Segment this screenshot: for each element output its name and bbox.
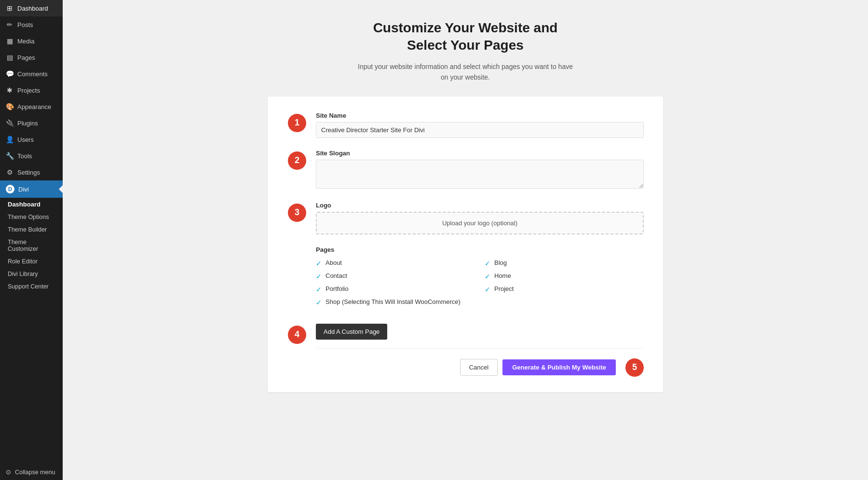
tools-icon: 🔧 — [6, 152, 14, 160]
page-shop-label[interactable]: Shop (Selecting This Will Install WooCom… — [326, 298, 461, 305]
step-3-content: Logo Upload your logo (optional) — [316, 202, 644, 234]
step-2-content: Site Slogan — [316, 150, 644, 190]
sidebar-label-appearance: Appearance — [17, 103, 51, 110]
sidebar-label-posts: Posts — [17, 21, 33, 28]
appearance-icon: 🎨 — [6, 103, 14, 110]
divi-submenu-dashboard[interactable]: Dashboard — [0, 198, 63, 211]
divi-submenu-theme-builder[interactable]: Theme Builder — [0, 223, 63, 236]
divi-submenu: Dashboard Theme Options Theme Builder Th… — [0, 198, 63, 293]
page-blog-row: ✓ Blog — [485, 259, 644, 267]
step-4-content: Add A Custom Page — [316, 324, 644, 343]
step-3-badge: 3 — [288, 204, 306, 222]
plugins-icon: 🔌 — [6, 119, 14, 127]
divi-submenu-support-center[interactable]: Support Center — [0, 280, 63, 293]
sidebar-item-divi[interactable]: D Divi — [0, 180, 63, 198]
step-4-badge: 4 — [288, 326, 306, 344]
page-wrapper: Customize Your Website andSelect Your Pa… — [268, 19, 663, 392]
sidebar-label-settings: Settings — [17, 169, 40, 176]
pages-icon: ▤ — [6, 54, 14, 61]
divi-icon: D — [6, 185, 14, 193]
page-blog-label[interactable]: Blog — [494, 259, 507, 266]
main-content: Customize Your Website andSelect Your Pa… — [63, 0, 868, 480]
card-inner: 1 Site Name 2 Site Slogan 3 — [287, 112, 644, 377]
sidebar-item-appearance[interactable]: 🎨 Appearance — [0, 98, 63, 115]
site-name-label: Site Name — [316, 112, 644, 119]
divi-label: Divi — [18, 186, 29, 193]
divi-submenu-theme-customizer[interactable]: Theme Customizer — [0, 236, 63, 255]
pages-content: Pages ✓ About ✓ Blog — [316, 246, 644, 316]
cancel-button[interactable]: Cancel — [460, 359, 498, 376]
sidebar-label-dashboard: Dashboard — [17, 5, 48, 12]
site-slogan-input[interactable] — [316, 160, 644, 189]
project-check-icon: ✓ — [485, 286, 490, 293]
page-about-row: ✓ About — [316, 259, 475, 267]
shop-check-icon: ✓ — [316, 299, 322, 306]
logo-label: Logo — [316, 202, 644, 209]
sidebar-item-pages[interactable]: ▤ Pages — [0, 49, 63, 66]
divi-arrow-icon — [59, 185, 63, 193]
sidebar-label-users: Users — [17, 136, 34, 143]
divi-submenu-theme-options[interactable]: Theme Options — [0, 211, 63, 223]
sidebar-item-dashboard[interactable]: ⊞ Dashboard — [0, 0, 63, 16]
page-portfolio-row: ✓ Portfolio — [316, 285, 475, 293]
sidebar-item-tools[interactable]: 🔧 Tools — [0, 148, 63, 164]
users-icon: 👤 — [6, 136, 14, 143]
divi-section: D Divi Dashboard Theme Options Theme Bui… — [0, 180, 63, 293]
sidebar-item-projects[interactable]: ✱ Projects — [0, 82, 63, 98]
sidebar: ⊞ Dashboard ✏ Posts ▦ Media ▤ Pages 💬 Co… — [0, 0, 63, 480]
step-1-row: 1 Site Name — [316, 112, 644, 138]
site-slogan-label: Site Slogan — [316, 150, 644, 157]
logo-upload-area[interactable]: Upload your logo (optional) — [316, 212, 644, 234]
page-project-row: ✓ Project — [485, 285, 644, 293]
page-home-row: ✓ Home — [485, 272, 644, 280]
projects-icon: ✱ — [6, 86, 14, 94]
blog-check-icon: ✓ — [485, 260, 490, 267]
page-shop-row: ✓ Shop (Selecting This Will Install WooC… — [316, 298, 475, 306]
step-1-badge: 1 — [288, 114, 306, 132]
sidebar-label-media: Media — [17, 38, 34, 45]
sidebar-label-projects: Projects — [17, 87, 40, 94]
posts-icon: ✏ — [6, 21, 14, 28]
sidebar-item-posts[interactable]: ✏ Posts — [0, 16, 63, 33]
page-project-label[interactable]: Project — [494, 285, 514, 292]
add-custom-page-button[interactable]: Add A Custom Page — [316, 324, 387, 340]
pages-label: Pages — [316, 246, 644, 253]
sidebar-item-comments[interactable]: 💬 Comments — [0, 66, 63, 82]
sidebar-label-tools: Tools — [17, 152, 32, 160]
step-1-content: Site Name — [316, 112, 644, 138]
form-card: 1 Site Name 2 Site Slogan 3 — [268, 96, 663, 392]
sidebar-item-users[interactable]: 👤 Users — [0, 131, 63, 148]
settings-icon: ⚙ — [6, 168, 14, 176]
divi-submenu-divi-library[interactable]: Divi Library — [0, 268, 63, 280]
step-4-row: 4 Add A Custom Page — [316, 324, 644, 343]
comments-icon: 💬 — [6, 70, 14, 78]
page-about-label[interactable]: About — [326, 259, 342, 266]
page-home-label[interactable]: Home — [494, 272, 511, 279]
publish-button[interactable]: Generate & Publish My Website — [502, 359, 616, 375]
pages-grid: ✓ About ✓ Blog ✓ Contact — [316, 259, 644, 306]
sidebar-item-settings[interactable]: ⚙ Settings — [0, 164, 63, 180]
site-name-input[interactable] — [316, 122, 644, 138]
collapse-label: Collapse menu — [15, 469, 55, 476]
sidebar-item-plugins[interactable]: 🔌 Plugins — [0, 115, 63, 131]
sidebar-label-plugins: Plugins — [17, 120, 38, 127]
step-2-row: 2 Site Slogan — [316, 150, 644, 190]
page-portfolio-label[interactable]: Portfolio — [326, 285, 349, 292]
about-check-icon: ✓ — [316, 260, 322, 267]
contact-check-icon: ✓ — [316, 273, 322, 280]
sidebar-label-pages: Pages — [17, 54, 35, 61]
page-contact-row: ✓ Contact — [316, 272, 475, 280]
divi-submenu-role-editor[interactable]: Role Editor — [0, 255, 63, 268]
sidebar-item-media[interactable]: ▦ Media — [0, 33, 63, 49]
logo-upload-text: Upload your logo (optional) — [442, 219, 517, 227]
home-check-icon: ✓ — [485, 273, 490, 280]
step-3-row: 3 Logo Upload your logo (optional) — [316, 202, 644, 234]
page-title: Customize Your Website andSelect Your Pa… — [373, 19, 558, 55]
collapse-icon: ⊙ — [6, 468, 11, 476]
page-contact-label[interactable]: Contact — [326, 272, 347, 279]
collapse-menu-button[interactable]: ⊙ Collapse menu — [0, 464, 63, 480]
pages-row: Pages ✓ About ✓ Blog — [316, 246, 644, 316]
card-footer: Cancel Generate & Publish My Website 5 — [316, 348, 644, 377]
dashboard-icon: ⊞ — [6, 4, 14, 12]
sidebar-label-comments: Comments — [17, 70, 48, 78]
